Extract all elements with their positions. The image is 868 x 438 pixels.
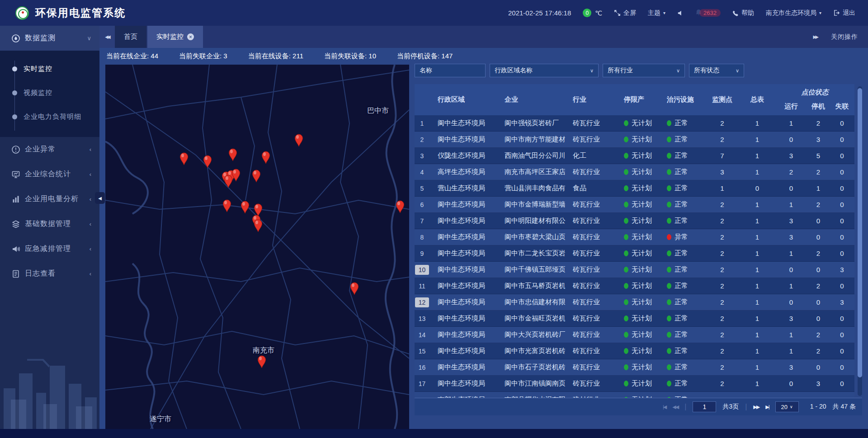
cell-stopped: 2 [807, 115, 830, 131]
status-当前失联设备: 当前失联设备: 10 [324, 52, 376, 61]
tabs-scroll-right-icon[interactable]: ▶▶ [813, 34, 817, 39]
table-row[interactable]: 18南部生态环境局南部县耀华水泥有限公建材行业无计划正常60060 [415, 392, 854, 398]
table-row[interactable]: 5营山生态环境局营山县润丰肉食品有限食品无计划正常10010 [415, 180, 854, 197]
region-filter-select[interactable]: 行政区域名称∨ [490, 64, 599, 77]
sidebar-collapse-button[interactable]: ◀ [95, 192, 105, 204]
sidebar-group-label: 数据监测 [25, 33, 87, 43]
table-row[interactable]: 7阆中生态环境局阆中明阳建材有限公司砖瓦行业无计划正常21300 [415, 213, 854, 229]
tab-实时监控[interactable]: 实时监控✕ [147, 26, 203, 48]
map-pin[interactable] [223, 174, 233, 188]
last-page-icon[interactable]: ▶| [765, 404, 769, 410]
sidebar-item-企业电力负荷明细[interactable]: 企业电力负荷明细 [0, 105, 99, 129]
table-row[interactable]: 15阆中生态环境局阆中市光富页岩机砖厂砖瓦行业无计划正常21120 [415, 343, 854, 359]
cell-company: 阆中市忠信建材有限公 [497, 294, 565, 310]
tabs-scroll-left-icon[interactable]: ◀◀ [99, 26, 115, 48]
theme-dropdown[interactable]: 主题▾ [648, 9, 665, 17]
table-row[interactable]: 9阆中生态环境局阆中市二龙长宝页岩砖砖瓦行业无计划正常21120 [415, 245, 854, 262]
cell-offline: 0 [830, 359, 854, 375]
tab-close-icon[interactable]: ✕ [187, 33, 194, 40]
map-pin[interactable] [257, 355, 267, 368]
table-scrollbar[interactable] [858, 86, 862, 396]
prev-page-icon[interactable]: ◀◀ [672, 404, 678, 410]
sidebar-group-1[interactable]: 企业异常‹ [0, 137, 99, 162]
sidebar-group-3[interactable]: 企业用电量分析‹ [0, 187, 99, 212]
map-pin[interactable] [261, 151, 271, 164]
table-row[interactable]: 14阆中生态环境局阆中大兴页岩机砖厂砖瓦行业无计划正常21120 [415, 327, 854, 343]
cell-running: 0 [775, 392, 807, 398]
cell-running: 0 [775, 262, 807, 278]
page-size-select[interactable]: 20∨ [775, 401, 799, 412]
sidebar-group-label: 基础数据管理 [25, 219, 90, 229]
sidebar-group-0[interactable]: 数据监测∨ [0, 26, 99, 51]
status-filter-select[interactable]: 所有状态∨ [689, 64, 744, 77]
notification-button[interactable]: 2632 [695, 9, 721, 17]
cell-total-meters: 1 [739, 376, 775, 391]
org-dropdown[interactable]: 南充市生态环境局▾ [766, 9, 821, 17]
map-pin[interactable] [251, 169, 261, 183]
status-dot-green [624, 316, 628, 321]
first-page-icon[interactable]: |◀ [663, 404, 666, 410]
col-industry: 行业 [565, 84, 619, 115]
status-dot-green [624, 185, 628, 191]
status-dot-green [624, 299, 628, 305]
map-pin[interactable] [253, 219, 263, 232]
fullscreen-button[interactable]: 全屏 [614, 9, 636, 17]
sidebar-group-4[interactable]: 基础数据管理‹ [0, 212, 99, 236]
cell-region: 仪陇生态环境局 [429, 148, 497, 164]
next-page-icon[interactable]: ▶▶ [753, 404, 759, 410]
table-row[interactable]: 12阆中生态环境局阆中市忠信建材有限公砖瓦行业无计划正常21003 [415, 294, 854, 311]
sidebar-item-实时监控[interactable]: 实时监控 [0, 57, 99, 81]
table-row[interactable]: 10阆中生态环境局阆中千佛镇五郎垭页岩砖瓦行业无计划正常21003 [415, 262, 854, 278]
chevron-down-icon: ∨ [672, 68, 680, 74]
sidebar-group-6[interactable]: 日志查看‹ [0, 261, 99, 286]
map-pin[interactable] [222, 199, 232, 212]
table-row[interactable]: 11阆中生态环境局阆中市五马桥页岩机砖砖瓦行业无计划正常21120 [415, 278, 854, 294]
name-filter-input[interactable]: 名称 [415, 64, 486, 77]
cell-region: 高坪生态环境局 [429, 164, 497, 180]
table-row[interactable]: 3仪陇生态环境局西南油气田分公司川中化工无计划正常71350 [415, 148, 854, 164]
map-pin[interactable] [349, 282, 359, 295]
bullet-dot-icon [12, 90, 17, 95]
page-number-input[interactable] [693, 401, 716, 412]
table-row[interactable]: 4高坪生态环境局南充市高坪区王家店建砖瓦行业无计划正常31220 [415, 164, 854, 180]
map-pin[interactable] [228, 148, 238, 161]
table-row[interactable]: 16阆中生态环境局阆中市石子页岩机砖厂砖瓦行业无计划正常21300 [415, 359, 854, 376]
map-pin[interactable] [179, 152, 189, 165]
col-company: 企业 [497, 84, 565, 115]
cell-total-meters: 1 [739, 245, 775, 261]
table-row[interactable]: 1阆中生态环境局阆中强锐页岩砖厂砖瓦行业无计划正常21120 [415, 115, 854, 132]
scrollbar-thumb[interactable] [858, 88, 862, 377]
tab-首页[interactable]: 首页 [115, 26, 146, 48]
logout-button[interactable]: 退出 [833, 9, 855, 17]
status-dot-green [624, 364, 628, 370]
cell-region: 阆中生态环境局 [429, 197, 497, 212]
industry-filter-select[interactable]: 所有行业∨ [603, 64, 685, 77]
map-pin[interactable] [203, 155, 212, 168]
sidebar-item-视频监控[interactable]: 视频监控 [0, 81, 99, 105]
cell-stopped: 0 [807, 229, 830, 245]
cell-facility: 正常 [662, 132, 705, 147]
cell-industry: 砖瓦行业 [565, 278, 619, 294]
chevron-left-icon: ‹ [90, 196, 91, 203]
sound-button[interactable] [677, 10, 684, 16]
sidebar-group-2[interactable]: 企业综合统计‹ [0, 162, 99, 187]
map-pin[interactable] [395, 200, 405, 213]
sidebar-group-5[interactable]: 应急减排管理‹ [0, 236, 99, 261]
table-row[interactable]: 2阆中生态环境局阆中市南方节能建材有砖瓦行业无计划正常21030 [415, 132, 854, 148]
table-row[interactable]: 8阆中生态环境局阆中市枣碧大梁山页岩砖瓦行业无计划异常21300 [415, 229, 854, 245]
map-panel[interactable]: 巴中市南充市遂宁市 [105, 65, 409, 429]
cell-facility: 正常 [662, 311, 705, 326]
table-row[interactable]: 6阆中生态环境局阆中市金博瑞新型墙材砖瓦行业无计划正常21120 [415, 197, 854, 213]
pager-divider: | [745, 403, 747, 411]
help-button[interactable]: 帮助 [732, 9, 754, 17]
cell-industry: 砖瓦行业 [565, 164, 619, 180]
table-row[interactable]: 17阆中生态环境局阆中市江南镇阆南页岩砖瓦行业无计划正常21030 [415, 376, 854, 392]
map-pin[interactable] [294, 133, 304, 147]
cell-industry: 砖瓦行业 [565, 245, 619, 261]
sidebar: 数据监测∨实时监控视频监控企业电力负荷明细企业异常‹企业综合统计‹企业用电量分析… [0, 26, 99, 429]
status-dot-green [667, 348, 671, 354]
table-row[interactable]: 13阆中生态环境局阆中市金福旺页岩机砖砖瓦行业无计划正常21300 [415, 311, 854, 327]
alert-circle-icon [11, 145, 20, 154]
map-pin[interactable] [240, 200, 250, 214]
close-operations-button[interactable]: 关闭操作 [831, 33, 858, 41]
